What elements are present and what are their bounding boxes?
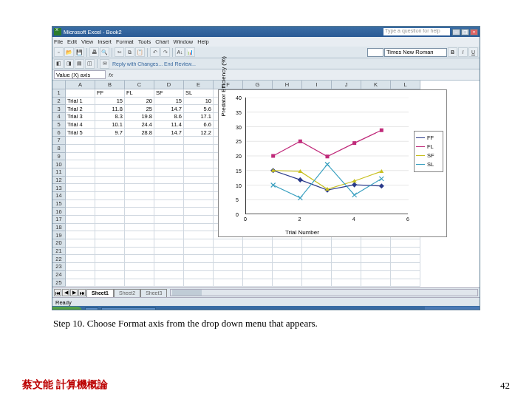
cell[interactable]: [214, 255, 243, 263]
cell[interactable]: [95, 192, 125, 200]
start-button[interactable]: start: [52, 307, 82, 310]
row-header[interactable]: 17: [52, 216, 66, 224]
cell[interactable]: [391, 239, 420, 248]
row-header[interactable]: 10: [52, 160, 66, 168]
rev-icon-2[interactable]: ◨: [64, 59, 74, 69]
cell[interactable]: [154, 200, 184, 208]
cell[interactable]: [332, 279, 361, 287]
row-header[interactable]: 5: [52, 121, 66, 129]
cell[interactable]: [302, 239, 332, 248]
cell[interactable]: [95, 216, 125, 224]
cell[interactable]: [125, 168, 154, 177]
embedded-chart[interactable]: Predator Efficiency (%) 0510152025303540…: [218, 89, 447, 237]
cell[interactable]: 8.3: [95, 113, 125, 121]
cell[interactable]: [184, 271, 214, 279]
cell[interactable]: [66, 177, 95, 185]
cell[interactable]: [184, 255, 214, 263]
cell[interactable]: [273, 255, 302, 263]
cell[interactable]: [273, 279, 302, 287]
select-all-corner[interactable]: [52, 81, 66, 89]
cell[interactable]: [154, 279, 184, 287]
menu-insert[interactable]: Insert: [98, 38, 112, 45]
rev-icon-5[interactable]: ✉: [100, 59, 109, 69]
col-header[interactable]: J: [332, 81, 361, 89]
menu-help[interactable]: Help: [197, 38, 208, 45]
cell[interactable]: [154, 239, 184, 248]
cell[interactable]: [95, 255, 125, 263]
cell[interactable]: 9.7: [95, 129, 125, 137]
cell[interactable]: [184, 216, 214, 224]
cell[interactable]: 25: [125, 105, 154, 113]
cell[interactable]: [302, 255, 332, 263]
cell[interactable]: [184, 168, 214, 177]
cell[interactable]: Trial 3: [66, 113, 95, 121]
reviewing-text[interactable]: Reply with Changes... End Review...: [112, 61, 196, 66]
cell[interactable]: [125, 184, 154, 192]
open-icon[interactable]: 📂: [64, 47, 74, 57]
sort-asc-icon[interactable]: A↓: [175, 47, 185, 57]
cell[interactable]: [154, 177, 184, 185]
cell[interactable]: [243, 255, 273, 263]
cell[interactable]: [95, 239, 125, 248]
cell[interactable]: [125, 192, 154, 200]
cell[interactable]: 14.7: [154, 129, 184, 137]
rev-icon-1[interactable]: ◧: [54, 59, 64, 69]
cell[interactable]: [66, 184, 95, 192]
cell[interactable]: [125, 216, 154, 224]
tab-sheet1[interactable]: Sheet1: [86, 289, 114, 297]
name-box[interactable]: Value (X) axis: [54, 70, 106, 79]
cell[interactable]: [361, 279, 391, 287]
cell[interactable]: [391, 255, 420, 263]
cell[interactable]: 28.8: [125, 129, 154, 137]
undo-icon[interactable]: ↶: [150, 47, 160, 57]
cell[interactable]: [125, 248, 154, 256]
cell[interactable]: FF: [95, 89, 125, 98]
cell[interactable]: [154, 263, 184, 271]
cell[interactable]: [125, 160, 154, 168]
cell[interactable]: 14.7: [154, 105, 184, 113]
cell[interactable]: [154, 184, 184, 192]
cell[interactable]: [184, 192, 214, 200]
cell[interactable]: [66, 208, 95, 216]
cell[interactable]: [332, 263, 361, 271]
cell[interactable]: [95, 153, 125, 161]
rev-icon-4[interactable]: ◫: [85, 59, 95, 69]
cell[interactable]: [66, 153, 95, 161]
cell[interactable]: [95, 137, 125, 145]
cell[interactable]: [95, 224, 125, 232]
cell[interactable]: [154, 248, 184, 256]
cell[interactable]: [66, 145, 95, 153]
cell[interactable]: [361, 239, 391, 248]
col-header[interactable]: E: [184, 81, 214, 89]
cell[interactable]: 11.4: [154, 121, 184, 129]
cell[interactable]: SL: [184, 89, 214, 98]
cell[interactable]: 6.6: [184, 121, 214, 129]
cell[interactable]: Trial 4: [66, 121, 95, 129]
cell[interactable]: [154, 153, 184, 161]
horizontal-scrollbar[interactable]: [170, 289, 478, 296]
tray-icon-1[interactable]: [428, 310, 434, 311]
tray-icon-4[interactable]: [450, 310, 456, 311]
cell[interactable]: 5.6: [184, 105, 214, 113]
cell[interactable]: [66, 89, 95, 98]
spreadsheet-grid[interactable]: 1234567891011121314151617181920212223242…: [52, 81, 480, 287]
cell[interactable]: [184, 177, 214, 185]
cell[interactable]: [184, 160, 214, 168]
col-header[interactable]: K: [361, 81, 391, 89]
cell[interactable]: [184, 137, 214, 145]
system-tray[interactable]: 7:25 PM: [425, 307, 480, 310]
cell[interactable]: [125, 208, 154, 216]
chart-legend[interactable]: FFFLSFSL: [414, 131, 443, 172]
cell[interactable]: [154, 160, 184, 168]
cell[interactable]: [95, 263, 125, 271]
cell[interactable]: [361, 248, 391, 256]
cell[interactable]: [95, 279, 125, 287]
tab-nav-first-icon[interactable]: ⏮: [54, 289, 61, 296]
cell[interactable]: [184, 279, 214, 287]
chart-icon[interactable]: 📊: [185, 47, 195, 57]
cell[interactable]: [243, 248, 273, 256]
menu-chart[interactable]: Chart: [155, 38, 168, 45]
cell[interactable]: [184, 224, 214, 232]
cell[interactable]: [95, 177, 125, 185]
cell[interactable]: 15: [95, 98, 125, 106]
